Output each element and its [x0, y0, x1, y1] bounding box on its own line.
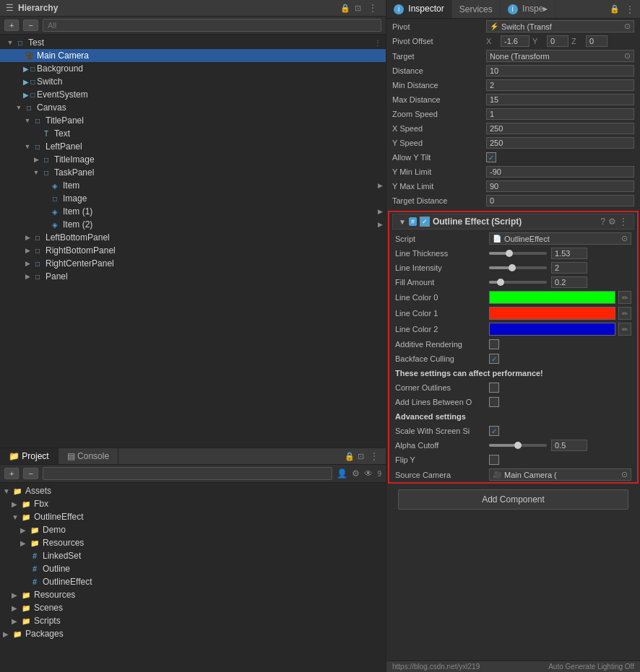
- tab-inspector[interactable]: i Inspector: [386, 0, 452, 18]
- expand-taskpanel[interactable]: ▼: [32, 169, 40, 176]
- tree-item-text[interactable]: T Text: [0, 127, 386, 140]
- inspector-scroll[interactable]: Pivot ⚡ Switch (Transf ⊙ Pivot Offset X …: [386, 19, 640, 660]
- folder-scripts[interactable]: ▶ 📁 Scripts: [0, 614, 386, 627]
- z-value-input[interactable]: [586, 35, 607, 47]
- expand-lbp[interactable]: ▶: [23, 234, 32, 241]
- line-color2-swatch[interactable]: [489, 323, 615, 336]
- more-icon-inspector[interactable]: ⋮: [623, 4, 637, 14]
- line-thickness-input[interactable]: [551, 248, 587, 259]
- tab-console[interactable]: ▤ Console: [59, 448, 118, 464]
- tree-item-eventsystem[interactable]: ▶ □ EventSystem: [0, 88, 386, 101]
- more-icon-comp[interactable]: ⋮: [619, 217, 628, 227]
- tab-inspector2[interactable]: i Inspe▸: [501, 0, 556, 18]
- hierarchy-add-button[interactable]: +: [4, 19, 19, 31]
- tree-item-image[interactable]: □ Image: [0, 192, 386, 205]
- min-distance-input[interactable]: [486, 79, 634, 91]
- question-icon[interactable]: ?: [600, 217, 605, 227]
- tree-item-main-camera[interactable]: 🎥 Main Camera: [0, 49, 386, 62]
- lock-icon-inspector[interactable]: 🔒: [610, 4, 620, 14]
- additive-rendering-checkbox[interactable]: [489, 339, 499, 349]
- tree-item-item1[interactable]: ◈ Item (1) ▶: [0, 205, 386, 218]
- tab-services[interactable]: Services: [452, 1, 501, 18]
- expand-rcp[interactable]: ▶: [23, 260, 32, 267]
- add-lines-checkbox[interactable]: [489, 397, 499, 407]
- corner-outlines-checkbox[interactable]: [489, 383, 499, 393]
- folder-scenes[interactable]: ▶ 📁 Scenes: [0, 601, 386, 614]
- tree-item-taskpanel[interactable]: ▼ □ TaskPanel: [0, 166, 386, 179]
- expand-titlepanel[interactable]: ▼: [23, 117, 32, 124]
- target-distance-input[interactable]: [486, 195, 634, 206]
- tree-item-titleimage[interactable]: ▶ □ TitleImage: [0, 153, 386, 166]
- scale-screen-checkbox[interactable]: [489, 426, 499, 436]
- settings-icon[interactable]: ⚙: [352, 468, 360, 479]
- distance-input[interactable]: [486, 65, 634, 77]
- eye-icon[interactable]: 👁: [364, 468, 373, 479]
- y-min-limit-input[interactable]: [486, 166, 634, 178]
- fill-amount-input[interactable]: [551, 276, 587, 288]
- line-thickness-thumb[interactable]: [506, 250, 513, 257]
- project-search-input[interactable]: [43, 467, 333, 480]
- collapse-arrow[interactable]: ▼: [399, 218, 406, 226]
- allow-y-tilt-checkbox[interactable]: [486, 152, 496, 162]
- tree-item-titlepanel[interactable]: ▼ □ TitlePanel: [0, 114, 386, 127]
- line-color0-swatch[interactable]: [489, 291, 615, 304]
- y-max-limit-input[interactable]: [486, 180, 634, 192]
- pivot-value-field[interactable]: ⚡ Switch (Transf ⊙: [486, 20, 634, 32]
- line-color2-picker[interactable]: ✏: [618, 323, 631, 336]
- y-speed-input[interactable]: [486, 137, 634, 149]
- folder-resources2[interactable]: ▶ 📁 Resources: [0, 588, 386, 601]
- line-color1-swatch[interactable]: [489, 307, 615, 320]
- gear-icon-comp[interactable]: ⚙: [608, 217, 616, 227]
- project-minus-button[interactable]: −: [23, 468, 38, 479]
- tree-item-canvas[interactable]: ▼ □ Canvas: [0, 101, 386, 114]
- expand-panel[interactable]: ▶: [23, 273, 32, 280]
- add-component-button[interactable]: Add Component: [398, 489, 628, 510]
- tree-item-rightbottompanel[interactable]: ▶ □ RightBottomPanel: [0, 244, 386, 257]
- tree-item-test[interactable]: ▼ □ Test ⋮: [0, 36, 386, 49]
- tree-item-background[interactable]: ▶ □ Background: [0, 62, 386, 75]
- x-value-input[interactable]: [501, 35, 529, 47]
- lock-icon-project[interactable]: 🔒: [345, 452, 355, 461]
- maximize-icon-project[interactable]: ⊡: [358, 452, 364, 461]
- lock-icon[interactable]: 🔒: [340, 4, 350, 13]
- maximize-icon[interactable]: ⊡: [355, 4, 361, 13]
- max-distance-input[interactable]: [486, 94, 634, 105]
- expand-rbp[interactable]: ▶: [23, 247, 32, 254]
- tree-item-leftbottompanel[interactable]: ▶ □ LeftBottomPanel: [0, 231, 386, 244]
- outline-enabled-toggle[interactable]: ✓: [420, 217, 430, 227]
- person-icon[interactable]: 👤: [337, 468, 347, 479]
- alpha-cutoff-input[interactable]: [551, 440, 587, 451]
- target-value-field[interactable]: None (Transform ⊙: [486, 50, 634, 62]
- line-intensity-slider[interactable]: [489, 266, 547, 269]
- alpha-cutoff-thumb[interactable]: [514, 442, 522, 449]
- alpha-cutoff-slider[interactable]: [489, 444, 547, 447]
- expand-titleimage[interactable]: ▶: [32, 156, 40, 163]
- fill-amount-thumb[interactable]: [497, 279, 504, 286]
- tree-item-item[interactable]: ◈ Item ▶: [0, 179, 386, 192]
- tree-item-item2[interactable]: ◈ Item (2) ▶: [0, 218, 386, 231]
- script-linkedset[interactable]: # LinkedSet: [0, 549, 386, 562]
- hierarchy-minus-button[interactable]: −: [23, 19, 38, 31]
- line-intensity-input[interactable]: [551, 262, 587, 274]
- more-icon[interactable]: ⋮: [366, 3, 380, 13]
- folder-resources-oe[interactable]: ▶ 📁 Resources: [0, 536, 386, 549]
- flip-y-checkbox[interactable]: [489, 455, 499, 465]
- source-camera-field[interactable]: 🎥 Main Camera ( ⊙: [489, 468, 631, 481]
- zoom-speed-input[interactable]: [486, 108, 634, 120]
- folder-fbx[interactable]: ▶ 📁 Fbx: [0, 497, 386, 510]
- folder-outlineeffect[interactable]: ▼ 📁 OutlineEffect: [0, 510, 386, 523]
- folder-assets[interactable]: ▼ 📁 Assets: [0, 484, 386, 497]
- folder-demo[interactable]: ▶ 📁 Demo: [0, 523, 386, 536]
- expand-leftpanel[interactable]: ▼: [23, 143, 32, 150]
- script-ref-field[interactable]: 📄 OutlineEffect ⊙: [489, 232, 631, 245]
- line-thickness-slider[interactable]: [489, 252, 547, 255]
- expand-test[interactable]: ▼: [6, 39, 14, 46]
- line-color0-picker[interactable]: ✏: [618, 291, 631, 304]
- expand-canvas[interactable]: ▼: [14, 104, 23, 111]
- tree-item-panel[interactable]: ▶ □ Panel: [0, 270, 386, 283]
- tree-item-rightcenterpanel[interactable]: ▶ □ RightCenterPanel: [0, 257, 386, 270]
- script-outline[interactable]: # Outline: [0, 562, 386, 575]
- project-add-button[interactable]: +: [4, 468, 19, 479]
- tab-project[interactable]: 📁 Project: [0, 448, 59, 464]
- fill-amount-slider[interactable]: [489, 281, 547, 284]
